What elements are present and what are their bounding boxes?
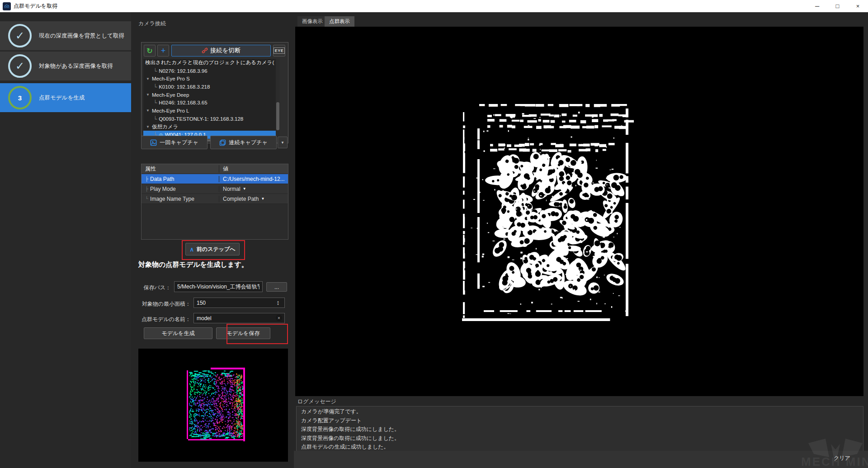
window-controls: ─ □ ×	[807, 0, 868, 12]
camera-list-vertical-scrollbar[interactable]	[276, 59, 280, 139]
log-panel-title: ログメッセージ	[297, 398, 336, 406]
capture-options-dropdown-button[interactable]: ▼	[278, 137, 288, 148]
property-name: Play Mode	[150, 186, 176, 192]
attribute-header-cell: 属性	[142, 165, 219, 173]
previous-step-button[interactable]: ∧ 前のステップへ	[185, 243, 240, 255]
tab-image-display-label: 画像表示	[302, 18, 323, 25]
camera-group-label: Mech-Eye Pro S	[152, 76, 190, 81]
camera-label: Q0093-TESTONLY-1: 192.168.3.128	[159, 116, 243, 122]
tree-branch-icon: ├	[145, 186, 148, 191]
tree-branch-icon: └	[153, 68, 157, 74]
previous-step-label: 前のステップへ	[197, 246, 236, 253]
refresh-camera-button[interactable]: ↻	[144, 45, 156, 57]
camera-group-item[interactable]: ▼ Mech-Eye Deep	[143, 91, 280, 99]
min-area-input[interactable]	[193, 298, 285, 308]
generate-model-label: モデルを生成	[161, 330, 194, 337]
title-bar: 点群モデルを取得 ─ □ ×	[0, 0, 868, 12]
tree-branch-icon: └	[145, 196, 148, 201]
camera-group-item[interactable]: ▼ Mech-Eye Pro L	[143, 107, 280, 115]
tree-expanded-icon: ▼	[146, 77, 150, 81]
add-icon: +	[161, 46, 166, 56]
eye-logo-icon: EYE	[274, 47, 285, 54]
restore-button[interactable]: □	[827, 0, 848, 12]
step-1-label: 現在の深度画像を背景として取得	[39, 32, 124, 40]
capture-continuous-label: 連続キャプチャ	[229, 139, 267, 147]
property-value: C:/Users/mech-mind-12...	[223, 176, 285, 182]
capture-once-label: 一回キャプチャ	[160, 139, 198, 147]
step-3-number-circle: 3	[8, 86, 32, 109]
check-icon: ✓	[15, 60, 24, 72]
property-value: Normal	[223, 186, 241, 192]
property-value: Complete Path	[223, 196, 259, 202]
camera-list-item[interactable]: └ K0100: 192.168.3.218	[143, 83, 280, 91]
value-header-cell: 値	[219, 165, 288, 173]
model-name-input[interactable]	[193, 313, 285, 323]
tab-image-display[interactable]: 画像表示	[297, 16, 327, 27]
mech-mind-watermark-text: MECH MIND	[801, 455, 868, 468]
dropdown-icon: ▼	[243, 187, 246, 191]
tab-pointcloud-display[interactable]: 点群表示	[325, 16, 354, 27]
property-table-header: 属性 値	[142, 164, 288, 174]
vertical-scrollbar-thumb[interactable]	[276, 102, 279, 130]
close-button[interactable]: ×	[848, 0, 868, 12]
log-line: 深度背景画像の取得に成功にしました。	[301, 435, 863, 442]
browse-ellipsis-label: ...	[274, 284, 279, 290]
capture-continuous-button[interactable]: 連続キャプチャ	[210, 136, 277, 149]
clear-model-name-button[interactable]: ×	[276, 315, 282, 321]
min-area-label: 対象物の最小面積：	[136, 300, 191, 308]
min-area-spinner[interactable]: ▲ ▼	[277, 298, 279, 307]
generate-model-button[interactable]: モデルを生成	[144, 327, 212, 339]
camera-group-item[interactable]: ▼ Mech-Eye Pro S	[143, 75, 280, 83]
log-line: 深度背景画像の取得に成功にしました。	[301, 425, 863, 433]
dropdown-icon: ▼	[281, 141, 284, 145]
tree-expanded-icon: ▼	[146, 93, 150, 97]
minimize-icon: ─	[815, 3, 819, 9]
camera-list-item[interactable]: └ H0246: 192.168.3.65	[143, 99, 280, 107]
tree-branch-icon: ├	[145, 176, 148, 181]
step-3-number: 3	[18, 94, 22, 102]
camera-list-item[interactable]: └ N0276: 192.168.3.96	[143, 67, 280, 75]
capture-once-button[interactable]: 一回キャプチャ	[141, 136, 208, 149]
tree-branch-icon: └	[153, 116, 157, 122]
step-1-check-circle: ✓	[8, 24, 32, 47]
step-item-3-active[interactable]: 3 点群モデルを生成	[0, 83, 131, 112]
camera-panel-title: カメラ接続	[138, 20, 166, 28]
camera-label: H0246: 192.168.3.65	[159, 100, 207, 105]
add-camera-button[interactable]: +	[157, 45, 169, 57]
tree-expanded-icon: ▼	[146, 109, 150, 113]
step-item-1[interactable]: ✓ 現在の深度画像を背景として取得	[0, 21, 131, 50]
tree-branch-icon: └	[153, 84, 157, 90]
browse-save-path-button[interactable]: ...	[266, 282, 287, 292]
step-2-label: 対象物がある深度画像を取得	[39, 62, 113, 70]
log-line: カメラ配置アップデート	[301, 417, 863, 425]
property-name: Data Path	[150, 176, 174, 182]
disconnect-button[interactable]: 接続を切断	[171, 45, 271, 57]
check-icon: ✓	[15, 29, 24, 42]
property-row-data-path[interactable]: ├Data Path C:/Users/mech-mind-12...	[142, 174, 288, 184]
camera-property-table: 属性 値 ├Data Path C:/Users/mech-mind-12...…	[141, 164, 288, 240]
save-path-input[interactable]	[174, 281, 263, 292]
dropdown-icon: ▼	[261, 197, 264, 201]
captured-pointcloud-thumbnail	[138, 349, 288, 462]
step-3-label: 点群モデルを生成	[39, 94, 85, 102]
close-icon: ×	[856, 3, 860, 9]
minimize-button[interactable]: ─	[807, 0, 827, 12]
property-row-play-mode[interactable]: ├Play Mode Normal▼	[142, 184, 288, 194]
log-line: カメラが準備完了です。	[301, 408, 863, 416]
save-model-button[interactable]: モデルを保存	[216, 327, 270, 339]
tree-expanded-icon: ▼	[146, 125, 150, 129]
camera-label: N0276: 192.168.3.96	[159, 68, 207, 74]
camera-list-item[interactable]: └ Q0093-TESTONLY-1: 192.168.3.128	[143, 115, 280, 123]
log-line: 点群モデルの生成に成功しました。	[301, 443, 863, 451]
restore-icon: □	[836, 3, 840, 9]
property-row-image-name-type[interactable]: └Image Name Type Complete Path▼	[142, 194, 288, 204]
wizard-heading: 対象物の点群モデルを生成します。	[138, 260, 248, 269]
camera-list-header: 検出されたカメラと現在のプロジェクトにあるカメラ(	[143, 59, 280, 67]
capture-once-icon	[150, 139, 157, 146]
chevron-up-icon: ∧	[189, 246, 194, 253]
eye-viewer-button[interactable]: EYE	[273, 45, 285, 57]
step-item-2[interactable]: ✓ 対象物がある深度画像を取得	[0, 52, 131, 80]
camera-connection-groupbox: ↻ + 接続を切断 EYE 検出されたカメラと現在のプロジェクトにあるカメラ( …	[141, 42, 288, 143]
camera-group-item[interactable]: ▼ 仮想カメラ	[143, 123, 280, 131]
pointcloud-viewport[interactable]	[295, 27, 863, 396]
